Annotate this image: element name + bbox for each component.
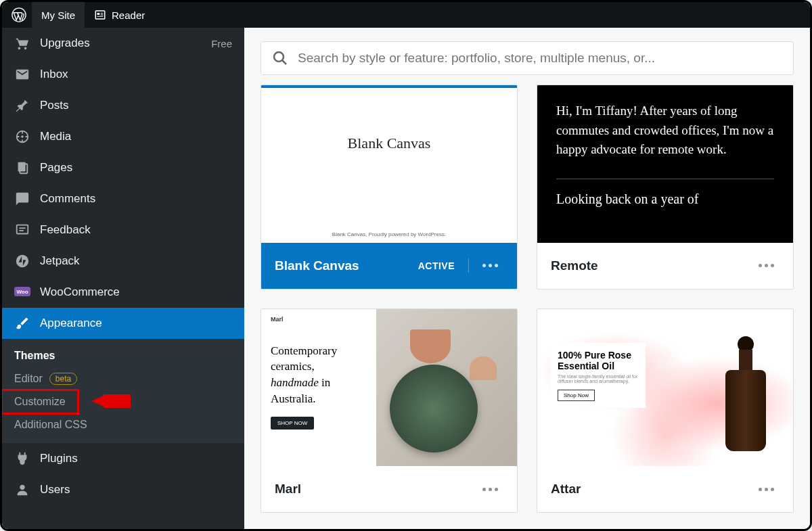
comment-icon — [14, 191, 30, 207]
sidebar-item-label: Plugins — [40, 452, 78, 465]
sidebar-item-label: Posts — [40, 99, 69, 112]
more-options-button[interactable] — [753, 482, 780, 497]
tab-my-site[interactable]: My Site — [32, 2, 85, 28]
svg-point-16 — [20, 485, 24, 490]
submenu-editor[interactable]: Editor beta — [2, 367, 244, 390]
theme-search-bar[interactable] — [261, 41, 794, 75]
sidebar-item-comments[interactable]: Comments — [2, 183, 244, 214]
more-options-button[interactable] — [468, 258, 503, 273]
theme-preview: Blank Canvas Blank Canvas, Proudly power… — [261, 85, 517, 243]
theme-card-footer: Marl — [261, 466, 517, 512]
svg-rect-1 — [95, 11, 105, 19]
submenu-themes[interactable]: Themes — [2, 344, 244, 367]
sidebar-item-label: Appearance — [40, 317, 102, 330]
admin-sidebar: Upgrades Free Inbox Posts Media Pages Co… — [2, 28, 244, 529]
theme-name: Attar — [551, 482, 581, 497]
beta-badge: beta — [49, 373, 77, 385]
pin-icon — [14, 97, 30, 114]
cart-icon — [14, 35, 30, 51]
sidebar-item-inbox[interactable]: Inbox — [2, 59, 244, 90]
svg-rect-10 — [17, 225, 28, 234]
sidebar-item-label: Media — [40, 130, 71, 143]
brush-icon — [14, 315, 30, 331]
sidebar-item-label: Feedback — [40, 223, 91, 237]
sidebar-item-media[interactable]: Media — [2, 121, 244, 152]
sidebar-item-appearance[interactable]: Appearance — [2, 308, 244, 339]
appearance-submenu: Themes Editor beta Customize Additional … — [2, 339, 244, 443]
sidebar-item-posts[interactable]: Posts — [2, 90, 244, 121]
sidebar-item-label: Users — [40, 483, 70, 497]
submenu-additional-css[interactable]: Additional CSS — [2, 413, 244, 436]
svg-point-13 — [16, 255, 28, 267]
theme-name: Blank Canvas — [275, 258, 359, 273]
theme-card-attar[interactable]: AttarHome 100% Pure Rose Essential Oil T… — [537, 308, 794, 513]
theme-preview: MarlHome Contemporary ceramics,handmade … — [261, 309, 517, 467]
woo-icon: Woo — [14, 284, 30, 300]
pages-icon — [14, 160, 30, 176]
search-input[interactable] — [298, 51, 782, 66]
theme-card-blank-canvas[interactable]: Blank Canvas Blank Canvas, Proudly power… — [261, 85, 518, 290]
tab-reader[interactable]: Reader — [85, 2, 154, 28]
media-icon — [14, 129, 30, 145]
main-content: Blank Canvas Blank Canvas, Proudly power… — [244, 28, 810, 529]
theme-card-footer: Blank Canvas ACTIVE — [261, 243, 517, 289]
theme-status-badge: ACTIVE — [418, 260, 455, 271]
sidebar-item-label: Inbox — [40, 68, 68, 81]
sidebar-item-woocommerce[interactable]: Woo WooCommerce — [2, 277, 244, 308]
sidebar-item-label: Upgrades — [40, 37, 90, 50]
top-bar: My Site Reader — [2, 2, 810, 28]
theme-preview: Hi, I'm Tiffany! After years of long com… — [537, 85, 793, 243]
sidebar-item-label: Comments — [40, 192, 95, 206]
plugin-icon — [14, 451, 30, 467]
theme-preview: AttarHome 100% Pure Rose Essential Oil T… — [537, 309, 793, 467]
more-options-button[interactable] — [753, 258, 780, 273]
sidebar-item-jetpack[interactable]: Jetpack — [2, 246, 244, 277]
search-icon — [272, 50, 288, 66]
sidebar-item-label: WooCommerce — [40, 285, 120, 299]
svg-text:Woo: Woo — [16, 289, 28, 295]
sidebar-item-label: Pages — [40, 161, 72, 175]
svg-point-7 — [21, 135, 24, 138]
svg-rect-2 — [97, 13, 100, 15]
arrow-annotation-icon — [90, 388, 137, 415]
badge-free: Free — [211, 38, 232, 49]
reader-icon — [94, 9, 106, 21]
sidebar-item-pages[interactable]: Pages — [2, 152, 244, 183]
submenu-customize[interactable]: Customize — [2, 390, 78, 413]
sidebar-item-feedback[interactable]: Feedback — [2, 214, 244, 246]
sidebar-item-upgrades[interactable]: Upgrades Free — [2, 28, 244, 59]
sidebar-item-users[interactable]: Users — [2, 474, 244, 505]
sidebar-item-plugins[interactable]: Plugins — [2, 443, 244, 474]
theme-card-remote[interactable]: Hi, I'm Tiffany! After years of long com… — [537, 85, 794, 290]
theme-card-footer: Remote — [537, 243, 793, 289]
themes-grid: Blank Canvas Blank Canvas, Proudly power… — [244, 85, 810, 529]
mail-icon — [14, 66, 30, 83]
theme-name: Marl — [275, 482, 301, 497]
theme-name: Remote — [551, 258, 598, 273]
svg-line-18 — [282, 60, 286, 64]
theme-card-marl[interactable]: MarlHome Contemporary ceramics,handmade … — [261, 308, 518, 513]
svg-point-17 — [274, 52, 284, 62]
sidebar-item-label: Jetpack — [40, 254, 80, 268]
more-options-button[interactable] — [477, 482, 503, 497]
feedback-icon — [14, 222, 30, 238]
theme-card-footer: Attar — [537, 466, 793, 512]
users-icon — [14, 482, 30, 498]
jetpack-icon — [14, 253, 30, 269]
wordpress-logo-icon — [12, 7, 26, 22]
